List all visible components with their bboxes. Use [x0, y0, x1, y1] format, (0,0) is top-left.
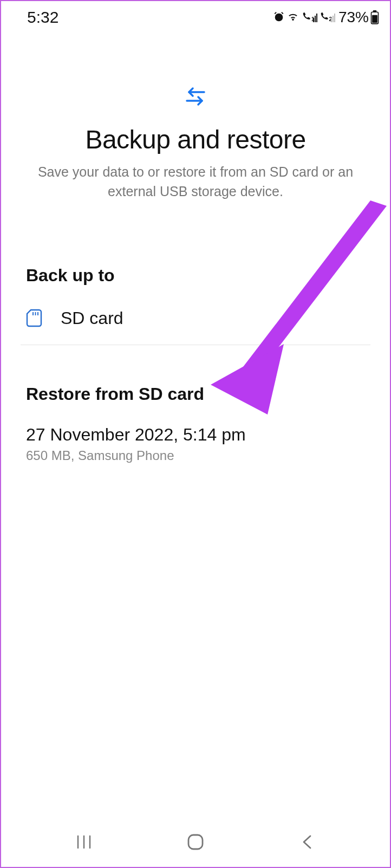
wifi-icon — [286, 11, 299, 23]
svg-rect-3 — [316, 14, 317, 22]
svg-rect-6 — [333, 16, 334, 22]
home-button[interactable] — [183, 830, 208, 854]
svg-rect-2 — [315, 16, 316, 22]
backup-section-header: Back up to — [26, 215, 365, 301]
backup-section: Back up to SD card — [1, 215, 390, 345]
navigation-bar — [1, 817, 390, 867]
back-button[interactable] — [295, 830, 320, 854]
status-time: 5:32 — [27, 8, 58, 27]
battery-icon — [370, 10, 379, 24]
page-title: Backup and restore — [23, 125, 368, 154]
backup-target-item[interactable]: SD card — [26, 301, 365, 345]
battery-percentage: 73% — [338, 9, 369, 26]
call-sim1-icon: 1 — [301, 11, 317, 23]
recents-button[interactable] — [71, 830, 96, 854]
restore-section: Restore from SD card 27 November 2022, 5… — [1, 345, 390, 463]
call-sim2-icon: 2 — [319, 11, 335, 23]
status-bar: 5:32 1 2 73% — [1, 1, 390, 30]
transfer-icon — [184, 85, 207, 108]
page-header: Backup and restore Save your data to or … — [1, 30, 390, 215]
svg-rect-21 — [188, 835, 203, 849]
restore-item-subtitle: 650 MB, Samsung Phone — [26, 448, 365, 463]
sd-card-icon — [26, 309, 42, 327]
svg-rect-7 — [334, 14, 335, 22]
restore-section-header: Restore from SD card — [26, 345, 365, 423]
svg-rect-10 — [372, 15, 377, 23]
restore-item-title: 27 November 2022, 5:14 pm — [26, 425, 365, 445]
alarm-icon — [273, 11, 285, 23]
restore-item[interactable]: 27 November 2022, 5:14 pm 650 MB, Samsun… — [26, 423, 365, 463]
backup-target-label: SD card — [61, 308, 123, 328]
page-subtitle: Save your data to or restore it from an … — [23, 162, 368, 202]
svg-rect-5 — [331, 18, 332, 22]
svg-rect-1 — [313, 18, 314, 22]
status-icons: 1 2 73% — [273, 9, 379, 26]
